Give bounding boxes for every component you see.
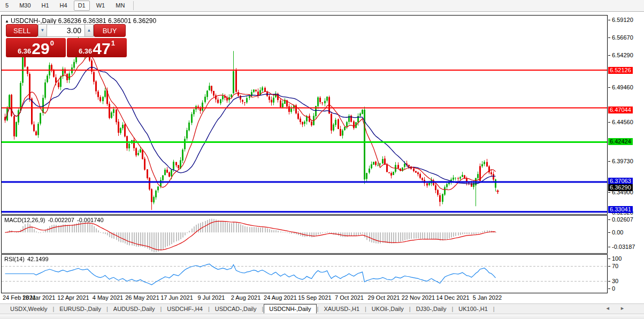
volume-decrease-button[interactable]: ▼: [38, 24, 47, 37]
date-tick-label: 12 Apr 2021: [57, 294, 89, 301]
current-price-badge: 6.36290: [608, 184, 633, 191]
macd-label: MACD(12,26,9)-0.002207-0.001740: [4, 217, 106, 223]
axis-tick-label: 6.49460: [612, 83, 633, 91]
date-tick-label: 2 Aug 2021: [231, 294, 261, 301]
status-bar: [0, 314, 644, 319]
axis-tick-label: 70: [612, 262, 618, 270]
level-price-badge: 6.47044: [608, 107, 633, 113]
date-tick-label: 24 Aug 2021: [264, 294, 297, 301]
collapse-triangle-icon[interactable]: ▲: [5, 19, 9, 24]
chart-tab-usdx-weekly[interactable]: USDX,Weekly: [5, 305, 52, 314]
axis-tick-label: 6.54290: [612, 51, 633, 59]
axis-tick-label: 0.02607: [612, 216, 633, 223]
chart-tab-uk100-h1[interactable]: UK100-,H1: [454, 305, 492, 314]
date-tick-label: 7 Oct 2021: [335, 294, 364, 301]
chart-tab-usdcad-daily[interactable]: USDCAD-,Daily: [210, 305, 262, 314]
bid-price-panel[interactable]: 6.36 29 0: [6, 38, 66, 57]
chart-tab-usdchf-h4[interactable]: USDCHF-,H4: [162, 305, 208, 314]
chart-tab-usdcnh-daily[interactable]: USDCNH-,Daily: [264, 304, 316, 314]
date-tick-label: 4 May 2021: [93, 294, 123, 301]
axis-tick-label: 6.59120: [612, 16, 633, 24]
tab-separator: |: [451, 306, 453, 312]
chart-window: ▲USDCNH-,Daily 6.36236 6.36381 6.36001 6…: [1, 15, 608, 294]
tab-separator: |: [208, 306, 210, 312]
ask-price-pipette: 1: [111, 39, 115, 47]
axis-tick-label: 0: [612, 285, 615, 292]
tab-separator: |: [493, 306, 495, 312]
date-tick-label: 22 Nov 2021: [402, 294, 435, 301]
timeframe-button-m30[interactable]: M30: [15, 1, 35, 11]
axis-tick-label: 30: [612, 277, 618, 285]
rsi-canvas[interactable]: [2, 255, 607, 293]
price-axis[interactable]: 6.591206.566706.542906.494606.445606.397…: [608, 15, 644, 302]
date-tick-label: 15 Sep 2021: [298, 294, 331, 301]
chart-tab-audusd-daily[interactable]: AUDUSD-,Daily: [109, 305, 160, 314]
ask-price-base: 6.36: [79, 47, 92, 55]
toolbar-separator: [133, 1, 134, 10]
rsi-indicator-pane: RSI(14)42.1499: [1, 254, 608, 293]
tab-separator: |: [262, 306, 263, 312]
axis-tick-label: 6.44560: [612, 118, 633, 126]
macd-indicator-pane: MACD(12,26,9)-0.002207-0.001740: [1, 215, 608, 254]
chart-tab-eurusd-daily[interactable]: EURUSD-,Daily: [55, 305, 106, 314]
volume-increase-button[interactable]: ▲: [85, 24, 94, 37]
ask-price-pips: 47: [93, 41, 110, 57]
sell-button[interactable]: SELL: [6, 24, 38, 37]
tab-separator: |: [365, 306, 366, 312]
tab-separator: |: [317, 306, 319, 312]
tab-separator: |: [160, 306, 162, 312]
date-tick-label: 26 May 2021: [125, 294, 159, 301]
date-tick-label: 9 Jul 2021: [198, 294, 225, 301]
axis-tick-label: 6.56670: [612, 34, 633, 41]
tab-scroll-arrows[interactable]: ◄ ►: [605, 306, 629, 311]
chart-tab-dj30-daily[interactable]: DJ30-,Daily: [411, 305, 451, 314]
tab-separator: |: [409, 306, 411, 312]
symbol-ohlc-label: USDCNH-,Daily 6.36236 6.36381 6.36001 6.…: [11, 17, 156, 25]
timeframe-toolbar: 5M30H1H4D1W1MN: [0, 0, 644, 12]
bid-price-base: 6.36: [18, 47, 31, 55]
date-tick-label: 18 Mar 2021: [22, 294, 56, 301]
bid-price-pips: 29: [32, 41, 49, 57]
rsi-value: 42.1499: [27, 256, 49, 262]
macd-main-value: -0.002207: [48, 217, 74, 223]
chart-tab-bar: USDX,Weekly|EURUSD-,Daily|AUDUSD-,Daily|…: [0, 303, 644, 314]
level-price-badge: 6.42424: [608, 138, 633, 145]
timeframe-button-5[interactable]: 5: [1, 1, 13, 11]
timeframe-button-h1[interactable]: H1: [37, 1, 53, 11]
timeframe-button-w1[interactable]: W1: [92, 1, 110, 11]
axis-tick-label: 100: [612, 255, 622, 262]
one-click-trade-widget: SELL ▼ ▲ BUY 6.36 29 0 6.36 47: [6, 24, 128, 57]
volume-input[interactable]: [47, 24, 85, 37]
ask-price-panel[interactable]: 6.36 47 1: [67, 38, 127, 57]
tab-separator: |: [106, 306, 108, 312]
chart-symbol-header: ▲USDCNH-,Daily 6.36236 6.36381 6.36001 6…: [5, 17, 156, 25]
macd-signal-value: -0.001740: [77, 217, 104, 223]
bid-price-pipette: 0: [50, 39, 54, 47]
chart-tab-ukoil-daily[interactable]: UKOil-,Daily: [367, 305, 409, 314]
macd-name: MACD(12,26,9): [4, 217, 45, 223]
level-price-badge: 6.33041: [608, 206, 633, 213]
date-tick-label: 14 Dec 2021: [436, 294, 469, 301]
timeframe-button-h4[interactable]: H4: [56, 1, 72, 11]
date-axis[interactable]: 24 Feb 202118 Mar 202112 Apr 20214 May 2…: [1, 294, 608, 302]
main-chart-pane: ▲USDCNH-,Daily 6.36236 6.36381 6.36001 6…: [1, 15, 608, 215]
chart-tab-xauusd-h1[interactable]: XAUUSD-,H1: [319, 305, 364, 314]
date-tick-label: 17 Jun 2021: [160, 294, 193, 301]
axis-tick-label: 6.39730: [612, 157, 633, 165]
date-tick-label: 29 Oct 2021: [368, 294, 400, 301]
rsi-label: RSI(14)42.1499: [4, 256, 51, 262]
timeframe-button-mn[interactable]: MN: [111, 1, 129, 11]
trading-platform-window: 5M30H1H4D1W1MN ▲USDCNH-,Daily 6.36236 6.…: [0, 0, 644, 319]
rsi-name: RSI(14): [4, 256, 25, 262]
timeframe-button-d1[interactable]: D1: [74, 1, 90, 11]
date-tick-label: 5 Jan 2022: [473, 294, 502, 301]
axis-tick-label: 0.00: [612, 229, 623, 236]
tab-separator: |: [52, 306, 54, 312]
buy-button[interactable]: BUY: [94, 24, 126, 37]
axis-tick-label: -0.03187: [612, 243, 635, 250]
level-price-badge: 6.52126: [608, 67, 633, 74]
